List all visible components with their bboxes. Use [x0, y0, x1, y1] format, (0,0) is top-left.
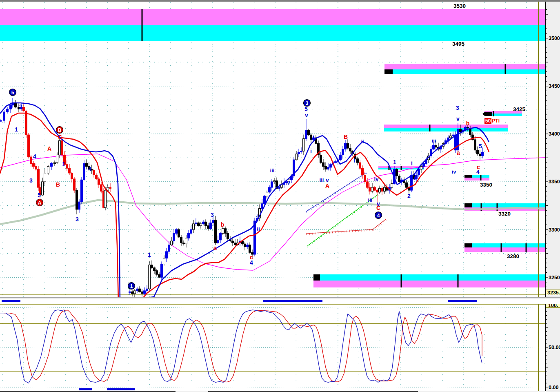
svg-text:3320: 3320 [498, 211, 511, 217]
candle-body [212, 220, 214, 223]
candle-body [35, 166, 37, 169]
svg-text:3: 3 [211, 212, 214, 218]
candle-body [296, 154, 298, 160]
candle-body [10, 105, 12, 109]
candle-body [474, 140, 476, 150]
candle-body [278, 187, 280, 188]
svg-text:0.00: 0.00 [549, 385, 558, 390]
pti-value: 50 [484, 118, 491, 124]
candle-body [188, 233, 190, 238]
pti-label: PTI [491, 118, 500, 124]
candle-body [151, 265, 153, 268]
svg-text:3400: 3400 [549, 131, 560, 137]
circled-wave-label: 1 [128, 283, 135, 290]
band-row [464, 243, 545, 247]
candle-body [217, 240, 219, 243]
candle-body [364, 175, 366, 182]
candle-body [93, 170, 95, 175]
candle-body [264, 196, 266, 204]
candle-body [69, 168, 71, 173]
svg-text:b: b [221, 221, 224, 228]
candle-body [450, 136, 452, 138]
svg-text:3: 3 [456, 105, 459, 111]
band-origin-marker [313, 274, 320, 281]
svg-text:a: a [457, 149, 460, 156]
svg-text:3280: 3280 [507, 253, 519, 259]
candle-body [200, 224, 202, 226]
candle-body [308, 130, 310, 135]
svg-text:1: 1 [15, 126, 18, 133]
candle-body [146, 289, 148, 291]
candle-body [232, 241, 234, 243]
svg-text:4: 4 [377, 213, 380, 218]
candle-body [7, 109, 9, 112]
divider-signal-bar[interactable] [2, 300, 20, 302]
band-tick [493, 111, 494, 116]
candle-body [359, 163, 361, 168]
svg-text:v: v [305, 112, 308, 118]
candle-body [28, 135, 30, 157]
candle-body [81, 180, 83, 202]
candle-body [190, 229, 192, 233]
band-origin-marker [485, 112, 492, 116]
candle-body [227, 233, 229, 239]
candle-body [234, 243, 236, 245]
svg-text:i: i [353, 157, 355, 164]
panel-divider [0, 297, 560, 304]
svg-text:i: i [411, 160, 413, 167]
candle-body [349, 148, 351, 151]
candle-body [158, 274, 160, 277]
candle-body [347, 143, 349, 148]
svg-text:i: i [313, 134, 314, 140]
divider-signal-bar[interactable] [448, 300, 477, 302]
candle-body [411, 175, 413, 190]
bottom-blue-bar [107, 388, 135, 390]
candle-body [396, 169, 398, 176]
candle-body [198, 223, 200, 226]
band-row [313, 274, 545, 281]
candle-body [435, 145, 437, 147]
candle-body [298, 152, 300, 154]
candle-body [477, 150, 479, 154]
svg-text:3500: 3500 [549, 36, 560, 41]
svg-text:3: 3 [29, 177, 33, 184]
candle-body [362, 168, 364, 175]
candle-body [320, 155, 322, 163]
candle-body [139, 289, 141, 292]
candle-body [418, 169, 420, 175]
circled-wave-label: 4 [375, 212, 382, 219]
svg-text:3350: 3350 [480, 182, 492, 188]
band-tick [458, 274, 459, 287]
svg-text:B: B [344, 134, 348, 140]
candle-body [327, 167, 329, 169]
candle-body [479, 154, 481, 156]
svg-text:c: c [477, 164, 480, 170]
svg-text:B: B [56, 181, 60, 188]
svg-text:50.00: 50.00 [549, 345, 560, 350]
candle-body [3, 112, 5, 120]
candle-body [215, 220, 217, 243]
window-top-border [0, 0, 560, 2]
candle-body [131, 292, 133, 294]
divider-signal-bar[interactable] [263, 300, 322, 302]
candle-body [202, 222, 204, 224]
circled-wave-label: 3 [304, 100, 311, 107]
svg-text:4: 4 [88, 166, 91, 172]
candle-body [149, 265, 151, 289]
candle-body [310, 135, 312, 140]
candle-body [322, 163, 324, 166]
band-origin-marker [384, 69, 393, 74]
svg-text:3450: 3450 [549, 83, 560, 89]
svg-text:iii: iii [432, 138, 436, 144]
svg-text:3425: 3425 [513, 106, 526, 112]
price-chart-canvas[interactable]: 21435143134iiiiiiv5viiiiiviiiiviiiv1iii2… [0, 0, 560, 392]
candle-body [25, 111, 27, 135]
candle-body [381, 188, 383, 191]
candle-body [54, 163, 56, 163]
candle-body [391, 184, 393, 187]
candle-body [73, 179, 76, 190]
svg-text:3350: 3350 [549, 179, 560, 185]
candle-body [107, 187, 109, 190]
band-tick [526, 243, 527, 252]
candle-body [173, 233, 175, 241]
